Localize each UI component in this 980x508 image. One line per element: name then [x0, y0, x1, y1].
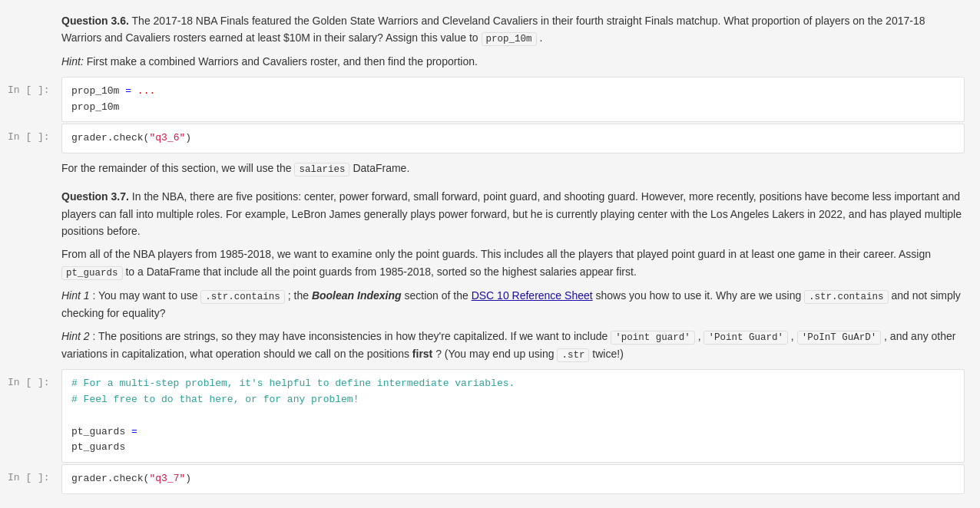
q37-hint2-text4: twice!)	[592, 348, 623, 360]
prop10m-code-cell: In [ ]: prop_10m = ... prop_10m	[0, 77, 980, 123]
salaries-dataframe: DataFrame.	[353, 162, 409, 174]
str-contains-code: .str.contains	[200, 290, 285, 304]
pt-var-line: pt_guards	[71, 440, 955, 456]
close-paren-2: )	[185, 473, 191, 484]
grader-q36-line: grader.check("q3_6")	[71, 130, 955, 147]
grader-q36-cell: In [ ]: grader.check("q3_6")	[0, 124, 980, 153]
q37-string: "q3_7"	[149, 473, 185, 484]
q37-assign-text: From all of the NBA players from 1985-20…	[61, 248, 931, 260]
q37-hint1-text3: section of the	[404, 289, 471, 302]
prop10m-code-content[interactable]: prop_10m = ... prop_10m	[61, 77, 965, 123]
q36-period: .	[539, 31, 542, 44]
pt-assign-line: pt_guards =	[71, 424, 955, 440]
q37-hint2-text: : The positions are strings, so they may…	[92, 330, 611, 342]
q37-hint1-text4: shows you how to use it. Why are we usin…	[596, 289, 805, 302]
q37-hint2-text3: ? (You may end up using	[435, 348, 557, 360]
q37-question: Question 3.7. In the NBA, there are five…	[61, 188, 965, 239]
grader-q37-label: In [ ]:	[0, 464, 61, 490]
ptguards-cell-label: In [ ]:	[0, 369, 61, 394]
code-line-1: prop_10m = ...	[71, 84, 955, 100]
pt-guards-var: pt_guards	[71, 426, 131, 437]
var-prop10m-2: prop_10m	[71, 101, 119, 113]
q37-comma2: ,	[791, 330, 797, 342]
ellipsis: ...	[131, 85, 155, 97]
q37-label: Question 3.7.	[61, 190, 129, 203]
salaries-intro: For the remainder of this section, we wi…	[61, 162, 294, 174]
q36-question: Question 3.6. The 2017-18 NBA Finals fea…	[61, 12, 965, 47]
salaries-cell: For the remainder of this section, we wi…	[0, 155, 980, 182]
close-paren-1: )	[185, 132, 191, 143]
str-code: .str	[557, 348, 589, 362]
pt-guards-code: pt_guards	[61, 266, 123, 280]
code-line-2: prop_10m	[71, 100, 955, 116]
pt-comment-line-2: # Feel free to do that here, or for any …	[71, 392, 955, 408]
salaries-text: For the remainder of this section, we wi…	[61, 160, 965, 177]
boolean-indexing: Boolean Indexing	[312, 289, 402, 302]
prop10m-cell-label: In [ ]:	[0, 77, 61, 102]
comment2: # Feel free to do that here, or for any …	[71, 394, 359, 405]
q37-hint1: Hint 1 : You may want to use .str.contai…	[61, 287, 965, 322]
grader-check-text2: grader.check(	[71, 473, 149, 484]
notebook-container: Question 3.6. The 2017-18 NBA Finals fea…	[0, 0, 980, 503]
q37-hint1-text2: ; the	[288, 289, 312, 302]
q36-label: Question 3.6.	[61, 15, 129, 27]
point-guard-code3: 'PoInT GuArD'	[797, 331, 882, 345]
str-contains-code2: .str.contains	[804, 290, 889, 304]
salaries-code: salaries	[294, 163, 349, 176]
q36-markdown-content: Question 3.6. The 2017-18 NBA Finals fea…	[61, 8, 965, 75]
grader-q36-label: In [ ]:	[0, 124, 61, 149]
point-guard-code2: 'Point Guard'	[704, 331, 788, 345]
q37-assign-text2: to a DataFrame that include all the poin…	[125, 266, 636, 278]
pt-guards-var2: pt_guards	[71, 441, 125, 453]
grader-q37-content[interactable]: grader.check("q3_7")	[61, 464, 965, 494]
grader-q36-content[interactable]: grader.check("q3_6")	[61, 124, 965, 153]
q37-text-body: In the NBA, there are five positions: ce…	[61, 190, 962, 237]
ptguards-code-content[interactable]: # For a multi-step problem, it's helpful…	[61, 369, 965, 463]
equals-op: =	[125, 85, 131, 97]
salaries-content: For the remainder of this section, we wi…	[61, 155, 965, 182]
q36-hint: Hint: First make a combined Warriors and…	[61, 53, 965, 70]
comment1: # For a multi-step problem, it's helpful…	[71, 378, 515, 389]
q37-hint1-label: Hint 1	[61, 289, 90, 302]
q37-markdown-cell: Question 3.7. In the NBA, there are five…	[0, 183, 980, 368]
q37-hint1-text: : You may want to use	[92, 289, 200, 302]
grader-q37-line: grader.check("q3_7")	[71, 471, 955, 487]
q36-prop10m-code: prop_10m	[482, 32, 537, 46]
q36-hint-text: First make a combined Warriors and Caval…	[87, 55, 478, 68]
var-prop10m: prop_10m	[71, 85, 125, 97]
dsc10-ref-link[interactable]: DSC 10 Reference Sheet	[472, 289, 593, 302]
q36-hint-label: Hint:	[61, 55, 84, 68]
grader-check-text: grader.check(	[71, 132, 149, 143]
q37-assign: From all of the NBA players from 1985-20…	[61, 246, 965, 280]
q36-markdown-cell: Question 3.6. The 2017-18 NBA Finals fea…	[0, 8, 980, 75]
q37-hint2: Hint 2 : The positions are strings, so t…	[61, 328, 965, 363]
q36-string: "q3_6"	[149, 132, 185, 143]
pt-equals: =	[131, 426, 137, 437]
q37-markdown-content: Question 3.7. In the NBA, there are five…	[61, 183, 965, 368]
grader-q37-cell: In [ ]: grader.check("q3_7")	[0, 464, 980, 494]
q37-hint2-label: Hint 2	[61, 330, 90, 342]
point-guard-code1: 'point guard'	[611, 331, 695, 345]
ptguards-code-cell: In [ ]: # For a multi-step problem, it's…	[0, 369, 980, 463]
first-bold: first	[412, 348, 432, 360]
pt-comment-line-1: # For a multi-step problem, it's helpful…	[71, 376, 955, 392]
pt-blank-line	[71, 408, 955, 424]
